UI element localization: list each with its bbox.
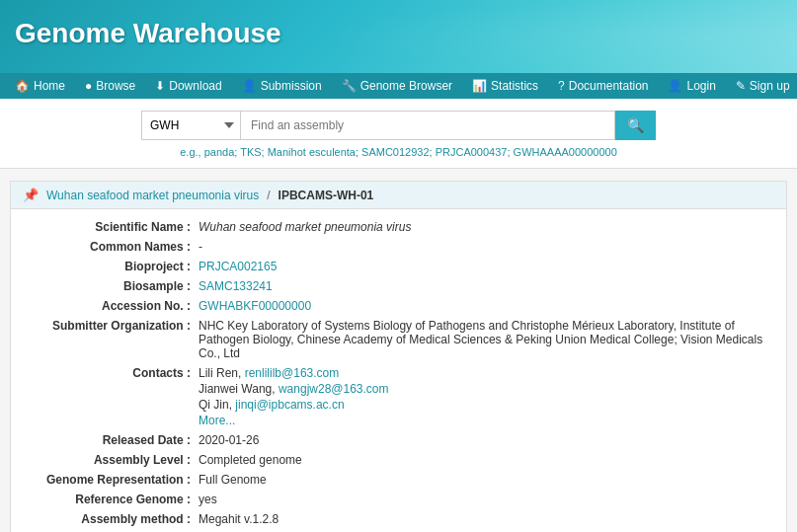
contact-2: Jianwei Wang, wangjw28@163.com xyxy=(199,382,771,396)
header: Genome Warehouse xyxy=(0,0,797,73)
value-accession: GWHABKF00000000 xyxy=(199,299,771,313)
value-biosample: SAMC133241 xyxy=(199,279,771,293)
detail-row-submitter-org: Submitter Organization : NHC Key Laborat… xyxy=(26,316,771,363)
value-common-names: - xyxy=(199,240,771,254)
home-icon: 🏠 xyxy=(15,79,30,93)
detail-row-common-names: Common Names : - xyxy=(26,237,771,257)
nav-login[interactable]: 👤 Login xyxy=(658,73,725,99)
label-reference-genome: Reference Genome : xyxy=(26,493,199,506)
contact-3: Qi Jin, jinqi@ipbcams.ac.cn xyxy=(199,398,771,412)
value-bioproject: PRJCA002165 xyxy=(199,260,771,273)
bioproject-link[interactable]: PRJCA002165 xyxy=(199,260,277,273)
detail-row-accession: Accession No. : GWHABKF00000000 xyxy=(26,296,771,316)
nav-submission[interactable]: 👤 Submission xyxy=(232,73,332,99)
value-scientific-name: Wuhan seafood market pneumonia virus xyxy=(199,220,771,234)
detail-row-assembly-method: Assembly method : Megahit v.1.2.8 xyxy=(26,509,771,529)
documentation-icon: ? xyxy=(558,79,565,93)
value-released-date: 2020-01-26 xyxy=(199,433,771,447)
nav-browse[interactable]: ● Browse xyxy=(75,73,145,99)
search-button[interactable]: 🔍 xyxy=(615,111,656,140)
search-examples: e.g., panda; TKS; Manihot esculenta; SAM… xyxy=(15,146,782,158)
label-assembly-level: Assembly Level : xyxy=(26,453,199,467)
main-content: 📌 Wuhan seafood market pneumonia virus /… xyxy=(10,181,787,532)
search-type-select[interactable]: GWH Assembly Organism BioProject BioSamp… xyxy=(141,111,240,140)
location-icon: 📌 xyxy=(23,188,39,202)
label-scientific-name: Scientific Name : xyxy=(26,220,199,234)
label-biosample: Biosample : xyxy=(26,279,199,293)
detail-row-genome-representation: Genome Representation : Full Genome xyxy=(26,470,771,490)
detail-row-contacts: Contacts : Lili Ren, renlililb@163.com J… xyxy=(26,363,771,430)
biosample-link[interactable]: SAMC133241 xyxy=(199,279,273,293)
nav-statistics[interactable]: 📊 Statistics xyxy=(462,73,548,99)
nav-download[interactable]: ⬇ Download xyxy=(145,73,231,99)
contact-2-email[interactable]: wangjw28@163.com xyxy=(279,382,389,396)
detail-row-biosample: Biosample : SAMC133241 xyxy=(26,276,771,296)
value-genome-representation: Full Genome xyxy=(199,473,771,487)
label-submitter-org: Submitter Organization : xyxy=(26,319,199,360)
breadcrumb-current: IPBCAMS-WH-01 xyxy=(279,189,374,202)
value-reference-genome: yes xyxy=(199,493,771,506)
breadcrumb-separator: / xyxy=(267,189,270,202)
nav-genome-browser[interactable]: 🔧 Genome Browser xyxy=(332,73,462,99)
detail-row-reference-genome: Reference Genome : yes xyxy=(26,490,771,509)
label-common-names: Common Names : xyxy=(26,240,199,254)
login-icon: 👤 xyxy=(668,79,682,93)
contact-1: Lili Ren, renlililb@163.com xyxy=(199,366,771,380)
value-contacts: Lili Ren, renlililb@163.com Jianwei Wang… xyxy=(199,366,771,427)
label-assembly-method: Assembly method : xyxy=(26,512,199,526)
label-released-date: Released Date : xyxy=(26,433,199,447)
detail-row-bioproject: Bioproject : PRJCA002165 xyxy=(26,257,771,276)
label-accession: Accession No. : xyxy=(26,299,199,313)
statistics-icon: 📊 xyxy=(472,79,487,93)
download-icon: ⬇ xyxy=(155,79,165,93)
submission-icon: 👤 xyxy=(242,79,257,93)
navbar-right: 👤 Login ✎ Sign up xyxy=(658,73,797,99)
nav-home[interactable]: 🏠 Home xyxy=(5,73,75,99)
search-icon: 🔍 xyxy=(627,117,644,133)
breadcrumb-bar: 📌 Wuhan seafood market pneumonia virus /… xyxy=(11,182,786,209)
accession-link[interactable]: GWHABKF00000000 xyxy=(199,299,311,313)
nav-signup[interactable]: ✎ Sign up xyxy=(726,73,797,99)
breadcrumb-link[interactable]: Wuhan seafood market pneumonia virus xyxy=(46,189,259,202)
navbar: 🏠 Home ● Browse ⬇ Download 👤 Submission … xyxy=(0,73,797,99)
signup-icon: ✎ xyxy=(736,79,746,93)
detail-row-scientific-name: Scientific Name : Wuhan seafood market p… xyxy=(26,217,771,237)
detail-row-released-date: Released Date : 2020-01-26 xyxy=(26,430,771,450)
contact-1-email[interactable]: renlililb@163.com xyxy=(245,366,340,380)
label-contacts: Contacts : xyxy=(26,366,199,427)
value-assembly-method: Megahit v.1.2.8 xyxy=(199,512,771,526)
contacts-more-link[interactable]: More... xyxy=(199,414,771,427)
value-submitter-org: NHC Key Laboratory of Systems Biology of… xyxy=(199,319,771,360)
site-title: Genome Warehouse xyxy=(15,10,782,55)
label-genome-representation: Genome Representation : xyxy=(26,473,199,487)
search-row: GWH Assembly Organism BioProject BioSamp… xyxy=(15,111,782,140)
value-assembly-level: Completed genome xyxy=(199,453,771,467)
genome-browser-icon: 🔧 xyxy=(342,79,357,93)
detail-table: Scientific Name : Wuhan seafood market p… xyxy=(11,209,786,532)
search-area: GWH Assembly Organism BioProject BioSamp… xyxy=(0,99,797,169)
detail-row-assembly-level: Assembly Level : Completed genome xyxy=(26,450,771,470)
search-input[interactable] xyxy=(240,111,615,140)
label-bioproject: Bioproject : xyxy=(26,260,199,273)
contact-3-email[interactable]: jinqi@ipbcams.ac.cn xyxy=(235,398,344,412)
browse-icon: ● xyxy=(85,79,92,93)
nav-documentation[interactable]: ? Documentation xyxy=(548,73,658,99)
